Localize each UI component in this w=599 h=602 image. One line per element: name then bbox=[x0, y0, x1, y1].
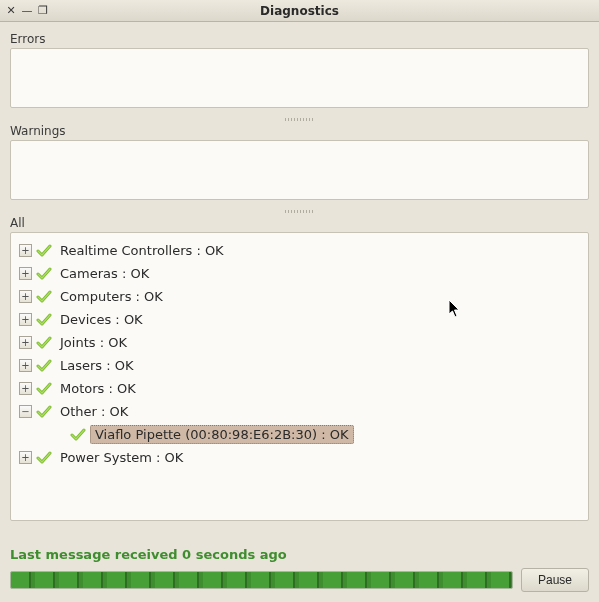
all-label: All bbox=[10, 216, 589, 230]
tree-node[interactable]: +Joints : OK bbox=[15, 331, 584, 354]
close-button[interactable]: ✕ bbox=[4, 4, 18, 18]
tree-node-label: Devices : OK bbox=[56, 311, 147, 328]
tree-node-label: Other : OK bbox=[56, 403, 132, 420]
tree-node-label: Power System : OK bbox=[56, 449, 187, 466]
sash-warnings-all[interactable] bbox=[10, 208, 589, 214]
tree-node[interactable]: +Computers : OK bbox=[15, 285, 584, 308]
titlebar: ✕ — ❐ Diagnostics bbox=[0, 0, 599, 22]
status-text: Last message received 0 seconds ago bbox=[10, 547, 589, 562]
tree-node[interactable]: −Other : OK bbox=[15, 400, 584, 423]
ok-checkmark-icon bbox=[36, 404, 52, 420]
ok-checkmark-icon bbox=[36, 312, 52, 328]
pause-button[interactable]: Pause bbox=[521, 568, 589, 592]
tree-child-node[interactable]: Viaflo Pipette (00:80:98:E6:2B:30) : OK bbox=[15, 423, 584, 446]
minimize-button[interactable]: — bbox=[20, 4, 34, 18]
window-title: Diagnostics bbox=[0, 4, 599, 18]
expand-icon[interactable]: + bbox=[19, 382, 32, 395]
restore-button[interactable]: ❐ bbox=[36, 4, 50, 18]
ok-checkmark-icon bbox=[36, 381, 52, 397]
ok-checkmark-icon bbox=[36, 266, 52, 282]
ok-checkmark-icon bbox=[36, 335, 52, 351]
errors-panel[interactable] bbox=[10, 48, 589, 108]
tree-node[interactable]: +Cameras : OK bbox=[15, 262, 584, 285]
tree-node-label: Realtime Controllers : OK bbox=[56, 242, 228, 259]
window-body: Errors Warnings All +Realtime Controller… bbox=[0, 22, 599, 602]
expand-icon[interactable]: + bbox=[19, 359, 32, 372]
tree-node-label: Computers : OK bbox=[56, 288, 167, 305]
tree-node[interactable]: +Lasers : OK bbox=[15, 354, 584, 377]
tree-node-label: Joints : OK bbox=[56, 334, 131, 351]
tree-node-label: Viaflo Pipette (00:80:98:E6:2B:30) : OK bbox=[90, 425, 354, 444]
expand-icon[interactable]: + bbox=[19, 336, 32, 349]
tree-node[interactable]: +Realtime Controllers : OK bbox=[15, 239, 584, 262]
ok-checkmark-icon bbox=[36, 289, 52, 305]
sash-errors-warnings[interactable] bbox=[10, 116, 589, 122]
expand-icon[interactable]: + bbox=[19, 290, 32, 303]
ok-checkmark-icon bbox=[70, 427, 86, 443]
ok-checkmark-icon bbox=[36, 450, 52, 466]
ok-checkmark-icon bbox=[36, 243, 52, 259]
ok-checkmark-icon bbox=[36, 358, 52, 374]
expand-icon[interactable]: + bbox=[19, 313, 32, 326]
warnings-panel[interactable] bbox=[10, 140, 589, 200]
expand-icon[interactable]: + bbox=[19, 451, 32, 464]
warnings-label: Warnings bbox=[10, 124, 589, 138]
expand-icon[interactable]: + bbox=[19, 244, 32, 257]
tree-node[interactable]: +Motors : OK bbox=[15, 377, 584, 400]
diagnostics-tree[interactable]: +Realtime Controllers : OK+Cameras : OK+… bbox=[15, 239, 584, 469]
tree-node[interactable]: +Power System : OK bbox=[15, 446, 584, 469]
activity-bar bbox=[10, 571, 513, 589]
tree-node-label: Motors : OK bbox=[56, 380, 140, 397]
expand-icon[interactable]: + bbox=[19, 267, 32, 280]
tree-node-label: Lasers : OK bbox=[56, 357, 138, 374]
collapse-icon[interactable]: − bbox=[19, 405, 32, 418]
errors-label: Errors bbox=[10, 32, 589, 46]
tree-node-label: Cameras : OK bbox=[56, 265, 153, 282]
all-panel[interactable]: +Realtime Controllers : OK+Cameras : OK+… bbox=[10, 232, 589, 521]
tree-node[interactable]: +Devices : OK bbox=[15, 308, 584, 331]
